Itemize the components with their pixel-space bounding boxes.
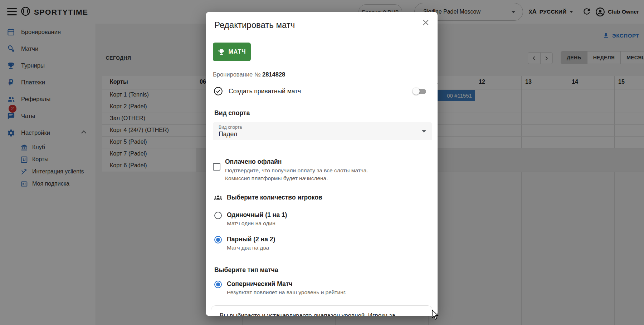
- close-button[interactable]: [421, 18, 430, 28]
- close-icon: [421, 18, 430, 27]
- option-title: Одиночный (1 на 1): [227, 211, 287, 219]
- sport-section-heading: Вид спорта: [214, 109, 438, 117]
- match-button-label: МАТЧ: [228, 49, 246, 55]
- mouse-cursor: [431, 310, 439, 322]
- levels-note-panel: Вы выбираете и устанавливаете диапазон у…: [211, 305, 433, 316]
- modal-title: Редактировать матч: [214, 20, 438, 30]
- option-competitive[interactable]: Сопернический Матч Результат повлияет на…: [214, 280, 438, 296]
- paid-offline-description: Подтвердите, что получили оплату за все …: [225, 167, 393, 182]
- paid-offline-checkbox[interactable]: [213, 163, 220, 171]
- option-title: Парный (2 на 2): [227, 235, 275, 243]
- paid-offline-row: Оплачено офлайн Подтвердите, что получил…: [213, 157, 438, 182]
- option-subtitle: Матч два на два: [227, 244, 275, 251]
- private-match-toggle[interactable]: [413, 87, 427, 95]
- players-count-heading-row: Выберите количество игроков: [214, 193, 438, 202]
- players-count-heading: Выберите количество игроков: [227, 194, 322, 201]
- groups-icon: [214, 193, 223, 202]
- edit-match-modal: Редактировать матч МАТЧ Бронирование № 2…: [206, 12, 438, 316]
- radio-competitive-selected[interactable]: [214, 281, 222, 288]
- check-circle-icon: [214, 87, 223, 96]
- option-subtitle: Результат повлияет на ваш уровень и рейт…: [227, 289, 346, 296]
- match-type-heading: Выберите тип матча: [214, 266, 438, 274]
- option-double[interactable]: Парный (2 на 2) Матч два на два: [214, 235, 438, 251]
- sport-select-label: Вид спорта: [219, 125, 242, 130]
- private-match-row: Создать приватный матч: [214, 87, 438, 96]
- booking-number-label: Бронирование №: [213, 71, 260, 78]
- paid-offline-title: Оплачено офлайн: [225, 157, 393, 166]
- option-single[interactable]: Одиночный (1 на 1) Матч один на один: [214, 211, 438, 227]
- sport-select[interactable]: Вид спорта Падел: [213, 122, 432, 140]
- radio-double-selected[interactable]: [214, 236, 222, 243]
- option-subtitle: Матч один на один: [227, 220, 287, 227]
- option-title: Сопернический Матч: [227, 280, 346, 288]
- chevron-down-icon: [422, 130, 426, 133]
- private-match-label: Создать приватный матч: [229, 88, 301, 95]
- toggle-thumb: [413, 88, 420, 95]
- sport-select-value: Падел: [219, 131, 237, 138]
- match-type-button[interactable]: МАТЧ: [213, 43, 251, 61]
- app-root: SPORTYTIME Баланс: 0 RUB Skyline Padel M…: [0, 0, 644, 325]
- booking-number-value: 2814828: [262, 71, 285, 78]
- trophy-icon: [218, 48, 225, 56]
- radio-single[interactable]: [214, 212, 222, 219]
- booking-number-line: Бронирование № 2814828: [213, 71, 438, 78]
